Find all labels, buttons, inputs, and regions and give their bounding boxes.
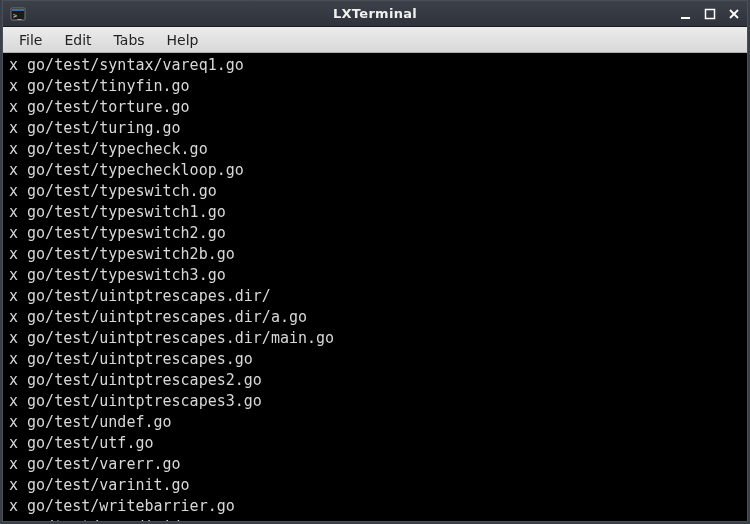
svg-text:>_: >_	[13, 12, 22, 20]
menubar: File Edit Tabs Help	[3, 27, 747, 53]
terminal-output-line: x go/test/typecheck.go	[9, 139, 741, 160]
terminal-output-line: x go/test/turing.go	[9, 118, 741, 139]
titlebar[interactable]: >_ LXTerminal	[3, 1, 747, 27]
terminal-window: >_ LXTerminal File Edit Tabs Help x go/t…	[2, 0, 748, 522]
svg-rect-1	[12, 9, 24, 11]
terminal-output-line: x go/test/varerr.go	[9, 454, 741, 475]
terminal-output-line: x go/test/typeswitch.go	[9, 181, 741, 202]
svg-rect-3	[681, 17, 690, 19]
terminal-output-line: x go/test/typecheckloop.go	[9, 160, 741, 181]
terminal-output-line: x go/test/typeswitch3.go	[9, 265, 741, 286]
terminal-output-line: x go/test/uintptrescapes3.go	[9, 391, 741, 412]
terminal-output-line: x go/test/varinit.go	[9, 475, 741, 496]
terminal-output-line: x go/test/writebarrier.go	[9, 496, 741, 517]
terminal-output-line: x go/test/uintptrescapes.dir/a.go	[9, 307, 741, 328]
terminal-body[interactable]: x go/test/syntax/vareq1.gox go/test/tiny…	[3, 53, 747, 521]
terminal-output-line: x go/test/typeswitch1.go	[9, 202, 741, 223]
minimize-button[interactable]	[677, 5, 695, 23]
terminal-output-line: x go/test/typeswitch2.go	[9, 223, 741, 244]
svg-rect-4	[706, 9, 715, 18]
terminal-output-line: x go/test/uintptrescapes.go	[9, 349, 741, 370]
terminal-output-line: x go/test/uintptrescapes.dir/	[9, 286, 741, 307]
terminal-output-line: x go/test/zerodivide.go	[9, 517, 741, 521]
terminal-output-line: x go/test/uintptrescapes.dir/main.go	[9, 328, 741, 349]
menu-help[interactable]: Help	[157, 30, 209, 50]
maximize-button[interactable]	[701, 5, 719, 23]
menu-tabs[interactable]: Tabs	[104, 30, 155, 50]
terminal-output-line: x go/test/tinyfin.go	[9, 76, 741, 97]
menu-edit[interactable]: Edit	[54, 30, 101, 50]
terminal-output-line: x go/test/syntax/vareq1.go	[9, 55, 741, 76]
terminal-output-line: x go/test/torture.go	[9, 97, 741, 118]
menu-file[interactable]: File	[9, 30, 52, 50]
close-button[interactable]	[725, 5, 743, 23]
terminal-output-line: x go/test/typeswitch2b.go	[9, 244, 741, 265]
window-title: LXTerminal	[333, 6, 417, 21]
terminal-output-line: x go/test/uintptrescapes2.go	[9, 370, 741, 391]
window-controls	[677, 1, 743, 26]
terminal-output-line: x go/test/undef.go	[9, 412, 741, 433]
app-icon: >_	[8, 4, 28, 24]
terminal-output-line: x go/test/utf.go	[9, 433, 741, 454]
